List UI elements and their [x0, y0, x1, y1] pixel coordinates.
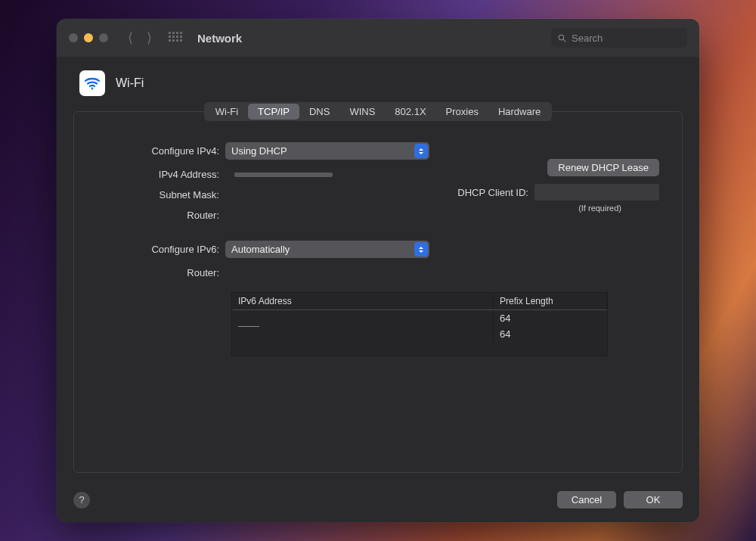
configure-ipv6-select[interactable]: Automatically: [225, 241, 429, 258]
dialog-footer: ? Cancel OK: [57, 491, 699, 522]
tab-wins[interactable]: WINS: [339, 104, 385, 120]
ipv4-address-value: [234, 173, 333, 177]
if-required-hint: (If required): [578, 204, 621, 213]
stepper-icon: [414, 144, 428, 158]
stepper-icon: [414, 242, 428, 257]
col-ipv6-address[interactable]: IPv6 Address: [232, 293, 494, 309]
configure-ipv4-label: Configure IPv4:: [97, 145, 225, 157]
router-label: Router:: [97, 210, 225, 221]
svg-point-0: [559, 35, 564, 40]
close-window-button[interactable]: [69, 33, 78, 42]
tab-hardware[interactable]: Hardware: [488, 104, 550, 120]
configure-ipv6-value: Automatically: [231, 244, 290, 255]
configure-ipv4-select[interactable]: Using DHCP: [225, 142, 429, 160]
dhcp-client-id-input[interactable]: [534, 184, 659, 201]
svg-line-1: [563, 39, 565, 42]
help-button[interactable]: ?: [73, 492, 90, 508]
settings-panel: Configure IPv4: Using DHCP IPv4 Address:…: [73, 111, 683, 473]
titlebar: ⟨ ⟩ Network Search: [57, 19, 699, 57]
tab-wifi[interactable]: Wi-Fi: [206, 104, 248, 120]
tab-dns[interactable]: DNS: [299, 104, 339, 120]
cell-ipv6-address: [232, 326, 494, 342]
ok-button[interactable]: OK: [624, 491, 683, 508]
tab-tcpip[interactable]: TCP/IP: [248, 104, 299, 120]
tab-bar: Wi-Fi TCP/IP DNS WINS 802.1X Proxies Har…: [57, 102, 699, 121]
router2-label: Router:: [97, 267, 225, 278]
col-prefix-length[interactable]: Prefix Length: [494, 293, 607, 309]
renew-dhcp-button[interactable]: Renew DHCP Lease: [547, 159, 659, 176]
back-button[interactable]: ⟨: [128, 30, 133, 46]
dhcp-side-column: Renew DHCP Lease DHCP Client ID: (If req…: [457, 159, 659, 213]
pane-title: Wi-Fi: [116, 76, 144, 90]
cell-prefix-length: 64: [494, 310, 607, 326]
table-row[interactable]: 64: [232, 310, 607, 326]
search-icon: [557, 33, 567, 43]
cell-prefix-length: 64: [494, 326, 607, 342]
window-title: Network: [197, 32, 242, 45]
show-all-icon[interactable]: [169, 32, 181, 44]
pane-header: Wi-Fi: [57, 57, 699, 104]
cell-ipv6-address: [232, 310, 494, 326]
tab-8021x[interactable]: 802.1X: [385, 104, 435, 120]
table-row[interactable]: 64: [232, 326, 607, 342]
subnet-mask-label: Subnet Mask:: [97, 189, 225, 201]
preferences-window: ⟨ ⟩ Network Search Wi-Fi Wi-Fi TCP/IP DN…: [57, 19, 699, 522]
nav-arrows: ⟨ ⟩: [128, 30, 152, 46]
tab-proxies[interactable]: Proxies: [436, 104, 488, 120]
ipv6-table: IPv6 Address Prefix Length 64 64: [231, 292, 608, 356]
forward-button[interactable]: ⟩: [147, 30, 152, 46]
search-placeholder: Search: [572, 33, 603, 44]
traffic-lights: [69, 33, 108, 42]
configure-ipv6-label: Configure IPv6:: [97, 244, 225, 255]
minimize-window-button[interactable]: [84, 33, 93, 42]
dhcp-client-id-label: DHCP Client ID:: [457, 187, 528, 198]
wifi-icon: [79, 70, 105, 96]
search-field[interactable]: Search: [551, 28, 687, 48]
ipv4-address-label: IPv4 Address:: [97, 169, 225, 180]
configure-ipv4-value: Using DHCP: [231, 145, 287, 157]
zoom-window-button[interactable]: [99, 33, 108, 42]
svg-point-2: [91, 88, 94, 90]
cancel-button[interactable]: Cancel: [557, 491, 616, 508]
